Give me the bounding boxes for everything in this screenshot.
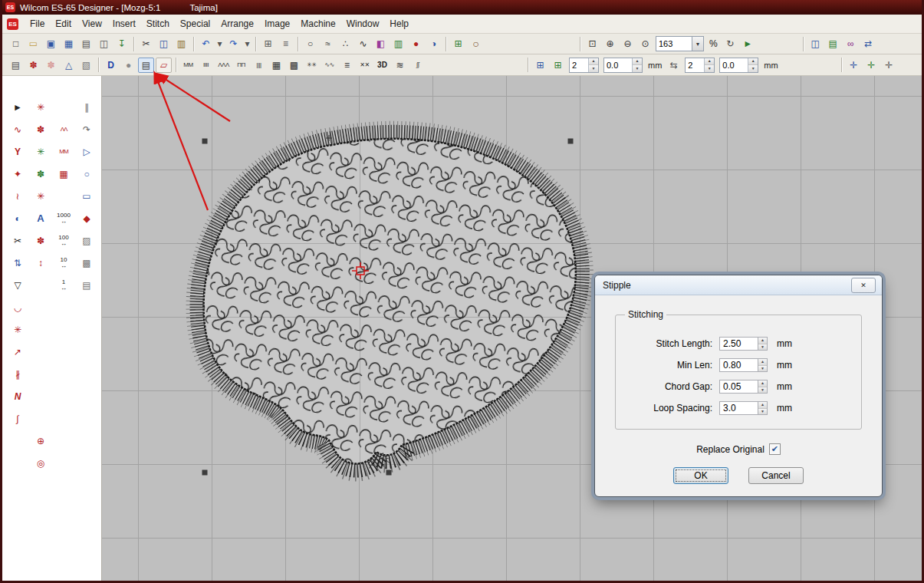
[interactable] xyxy=(52,430,75,452)
spinner-down-icon[interactable]: ▼ xyxy=(705,64,714,72)
menu-item[interactable]: Machine xyxy=(295,16,340,31)
zoom-level-combo[interactable]: ▾ xyxy=(656,36,704,51)
open-design-icon[interactable]: ▭ xyxy=(25,36,41,51)
spacing-icon[interactable]: ⇆ xyxy=(666,58,682,73)
stitch-length-preset-100[interactable]: 100 ↔ xyxy=(52,229,75,252)
save-as-icon[interactable]: ▦ xyxy=(61,36,77,51)
morphing-effect-icon[interactable]: ∞ xyxy=(843,36,859,51)
sprig-tool[interactable]: ✽ xyxy=(29,163,52,185)
offset-b-input[interactable] xyxy=(720,58,748,72)
auto-start-end-icon[interactable]: ⇄ xyxy=(860,36,876,51)
spinner-up-icon[interactable]: ▲ xyxy=(589,58,598,65)
cross-stitch-icon[interactable]: ✕✕ xyxy=(357,58,373,73)
angled-stitch-tool[interactable]: ∦ xyxy=(6,363,29,385)
parameter-input[interactable] xyxy=(719,401,758,415)
menu-item[interactable]: Window xyxy=(341,16,385,31)
[interactable] xyxy=(52,318,75,341)
arch-tool[interactable]: ◡ xyxy=(6,296,29,318)
flower-digitize-tool[interactable]: ✳ xyxy=(29,140,52,163)
show-needle-points-icon[interactable]: ∴ xyxy=(337,36,353,51)
design-properties-icon[interactable]: ≡ xyxy=(278,36,294,51)
offset-b-field[interactable]: ▲▼ xyxy=(719,58,758,73)
menu-item[interactable]: Arrange xyxy=(215,16,259,31)
[interactable] xyxy=(29,363,52,385)
select-tool[interactable]: ► xyxy=(6,96,29,118)
show-connectors-icon[interactable]: ∿ xyxy=(355,36,371,51)
pattern-stamp-tool[interactable]: ▤ xyxy=(75,274,98,296)
block-digitize-tool[interactable]: ▦ xyxy=(52,163,75,185)
print-preview-icon[interactable]: ◫ xyxy=(96,36,112,51)
document-system-icon[interactable]: ES xyxy=(7,18,18,30)
zoom-out-icon[interactable]: ⊖ xyxy=(620,36,636,51)
[interactable] xyxy=(29,385,52,407)
save-design-icon[interactable]: ▣ xyxy=(43,36,59,51)
show-hoop-icon[interactable]: ○ xyxy=(468,36,484,51)
rectangle-tool[interactable]: ▭ xyxy=(75,185,98,207)
line-fill-icon[interactable]: |||| xyxy=(251,58,267,73)
stitch-count-field[interactable]: ▲▼ xyxy=(569,58,599,73)
menu-item[interactable]: Insert xyxy=(107,16,141,31)
spinner-up-icon[interactable]: ▲ xyxy=(758,338,767,344)
zoom-in-icon[interactable]: ⊕ xyxy=(602,36,618,51)
spinner-up-icon[interactable]: ▲ xyxy=(758,402,767,408)
[interactable] xyxy=(29,274,52,296)
menu-item[interactable]: Help xyxy=(384,16,414,31)
menu-item[interactable]: File xyxy=(25,16,50,31)
selection-handle[interactable] xyxy=(386,470,392,476)
measure-tool-icon[interactable]: ✛ xyxy=(863,58,880,73)
spinner-up-icon[interactable]: ▲ xyxy=(633,58,642,65)
replace-original-checkbox[interactable]: ✔ xyxy=(769,443,781,455)
e-stitch-icon[interactable]: ΠΠ xyxy=(233,58,249,73)
lettering-tool[interactable]: A xyxy=(29,207,52,229)
menu-item[interactable]: Edit xyxy=(50,16,77,31)
[interactable] xyxy=(29,407,52,430)
globe-tool[interactable]: ◐ xyxy=(6,207,29,229)
redo-menu-icon[interactable]: ▾ xyxy=(243,36,252,51)
show-stitches-icon[interactable]: ≈ xyxy=(320,36,336,51)
[interactable] xyxy=(75,318,98,341)
motif-line-tool[interactable]: ↗ xyxy=(6,341,29,363)
digitize-closed-tool[interactable]: ✽ xyxy=(29,118,52,140)
eyelet-tool[interactable]: ◎ xyxy=(29,452,52,474)
stipple-fill[interactable] xyxy=(204,139,576,464)
target-ring-tool[interactable]: ⊕ xyxy=(29,430,52,452)
menu-item[interactable]: Image xyxy=(259,16,295,31)
hoop-position-icon[interactable]: ✛ xyxy=(881,58,897,73)
scissors-tool[interactable]: ✂ xyxy=(6,229,29,252)
show-vectors-icon[interactable]: △ xyxy=(61,58,77,73)
spinner-down-icon[interactable]: ▼ xyxy=(758,344,767,351)
zoom-box-icon[interactable]: ⊡ xyxy=(584,36,600,51)
artistic-view-icon[interactable]: ✽ xyxy=(25,58,41,73)
dialog-title-bar[interactable]: Stipple ✕ xyxy=(595,275,882,295)
dim-artwork-icon[interactable]: ✽ xyxy=(43,58,59,73)
arc-weave-tool[interactable]: ↷ xyxy=(75,118,98,140)
spinner-up-icon[interactable]: ▲ xyxy=(705,58,714,65)
texture-effect-tool[interactable]: ▩ xyxy=(75,252,98,274)
offset-a-input[interactable] xyxy=(604,58,632,72)
starred-run-tool[interactable]: ✳ xyxy=(6,318,29,341)
[interactable] xyxy=(6,430,29,452)
jagged-line-tool[interactable]: N xyxy=(6,385,29,407)
[interactable] xyxy=(75,407,98,430)
[interactable] xyxy=(52,363,75,385)
digitize-run-tool[interactable]: ✳ xyxy=(29,96,52,118)
freehand-draw-tool[interactable]: ∿ xyxy=(6,118,29,140)
spinner-down-icon[interactable]: ▼ xyxy=(633,64,642,72)
[interactable] xyxy=(52,385,75,407)
curved-line-tool[interactable]: ∫ xyxy=(6,407,29,430)
zoom-level-input[interactable] xyxy=(656,37,692,51)
[interactable] xyxy=(75,341,98,363)
export-machine-file-icon[interactable]: ↧ xyxy=(113,36,130,51)
zigzag-run-tool[interactable]: ΛΛ xyxy=(52,118,75,140)
outline-design-icon[interactable]: D xyxy=(103,58,119,73)
zigzag-stitch-icon[interactable]: ΛΛΛ xyxy=(215,58,232,73)
weave-fill-icon[interactable]: ▦ xyxy=(268,58,284,73)
stitch-angle-grid2-icon[interactable]: ⊞ xyxy=(550,58,566,73)
selection-handle[interactable] xyxy=(568,139,574,144)
wave-run-tool[interactable]: ≀ xyxy=(6,185,29,207)
parameter-input[interactable] xyxy=(719,380,758,394)
lacework-fill-icon[interactable]: ▩ xyxy=(286,58,302,73)
ellipse-tool[interactable]: ○ xyxy=(75,163,98,185)
new-design-icon[interactable]: □ xyxy=(8,36,24,51)
redo-icon[interactable]: ↷ xyxy=(225,36,242,51)
